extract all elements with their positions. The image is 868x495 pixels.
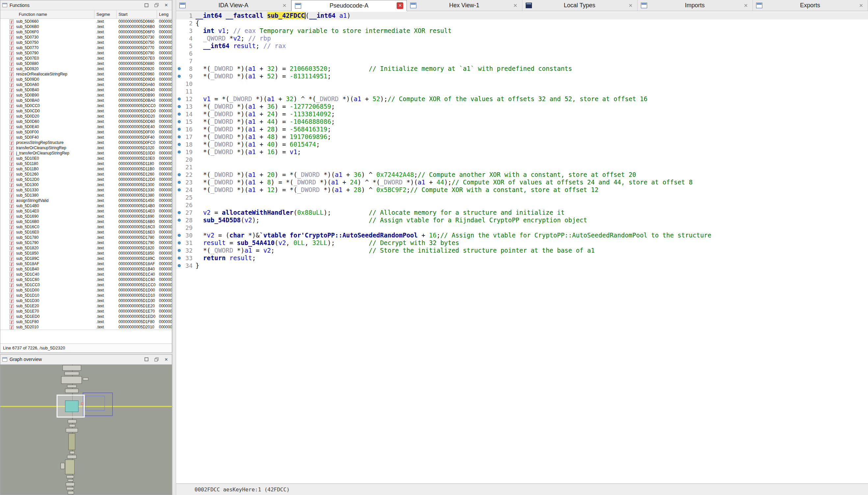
function-row[interactable]: fsub_5D0BA0.text00000000005D0BA0000000 — [0, 98, 172, 103]
code-line[interactable]: 15 *(_DWORD *)(a1 + 44) = -1046888086; — [176, 118, 868, 125]
function-row[interactable]: fsub_5D06F0.text00000000005D06F0000000 — [0, 29, 172, 35]
function-row[interactable]: fsub_5D0B40.text00000000005D0B40000000 — [0, 87, 172, 92]
panel-splitter[interactable] — [172, 0, 176, 495]
function-row[interactable]: fsub_5D06B0.text00000000005D06B0000000 — [0, 24, 172, 29]
tab-hex-view-1[interactable]: Hex View-1✕ — [407, 0, 522, 11]
code-line[interactable]: 26 — [176, 201, 868, 209]
function-list[interactable]: fsub_5D0660.text00000000005D0660000000fs… — [0, 19, 172, 343]
function-row[interactable]: fsub_5D18AF.text00000000005D18AF000000 — [0, 261, 172, 267]
column-header-segment[interactable]: Segme — [94, 10, 117, 18]
code-line[interactable]: 18 *(_DWORD *)(a1 + 40) = 6015474; — [176, 141, 868, 148]
address-dot-icon[interactable] — [178, 219, 181, 222]
tab-close-icon[interactable]: ✕ — [281, 2, 288, 9]
function-row[interactable]: fassignStringIfValid.text00000000005D145… — [0, 198, 172, 203]
code-line[interactable]: 21 — [176, 163, 868, 171]
address-dot-icon[interactable] — [178, 249, 181, 252]
code-line[interactable]: 25 — [176, 194, 868, 201]
function-row[interactable]: fsub_5D1C60.text00000000005D1C60000000 — [0, 277, 172, 282]
address-dot-icon[interactable] — [178, 75, 181, 78]
code-line[interactable]: 3 int v1; // eax Temporary variable to s… — [176, 27, 868, 35]
code-line[interactable]: 34} — [176, 262, 868, 269]
function-row[interactable]: fsub_5D12D0.text00000000005D12D0000000 — [0, 177, 172, 182]
tab-close-icon[interactable]: ✕ — [858, 2, 864, 9]
close-button[interactable]: ✕ — [163, 2, 169, 8]
function-row[interactable]: fsub_5D0790.text00000000005D0790000000 — [0, 50, 172, 56]
code-line[interactable]: 31 result = sub_54A410(v2, 0LL, 32LL); /… — [176, 239, 868, 247]
code-line[interactable]: 5 __int64 result; // rax — [176, 42, 868, 50]
float-button[interactable] — [154, 356, 159, 362]
code-line[interactable]: 7 — [176, 57, 868, 65]
code-line[interactable]: 6 — [176, 50, 868, 57]
column-header-function-name[interactable]: Function name — [0, 10, 94, 18]
code-line[interactable]: 8 *(_DWORD *)(a1 + 32) = 2106603520; // … — [176, 65, 868, 72]
function-row[interactable]: fsub_5D0CC0.text00000000005D0CC0000000 — [0, 103, 172, 108]
function-row[interactable]: fsub_5D1330.text00000000005D1330000000 — [0, 187, 172, 193]
tab-close-icon[interactable]: ✕ — [397, 2, 403, 9]
function-row[interactable]: fsub_5D1790.text00000000005D1790000000 — [0, 240, 172, 245]
function-row[interactable]: fsub_5D16B0.text00000000005D16B0000000 — [0, 219, 172, 224]
function-row[interactable]: fsub_5D1E70.text00000000005D1E70000000 — [0, 309, 172, 314]
function-row[interactable]: fresizeOrReallocateStringRep.text0000000… — [0, 71, 172, 77]
code-line[interactable]: 22 *(_DWORD *)(a1 + 20) = *(_DWORD *)(a1… — [176, 171, 868, 178]
function-row[interactable]: fsub_5D1D30.text00000000005D1D30000000 — [0, 298, 172, 303]
code-line[interactable]: 13 *(_DWORD *)(a1 + 36) = -1277206859; — [176, 103, 868, 110]
graph-overview-titlebar[interactable]: Graph overview ✕ — [0, 355, 172, 364]
function-row[interactable]: fsub_5D1780.text00000000005D1780000000 — [0, 235, 172, 240]
code-line[interactable]: 20 — [176, 156, 868, 163]
address-dot-icon[interactable] — [178, 67, 181, 70]
code-line[interactable]: 16 *(_DWORD *)(a1 + 28) = -568416319; — [176, 125, 868, 133]
address-dot-icon[interactable] — [178, 181, 181, 184]
function-row[interactable]: fsub_5D1380.text00000000005D1380000000 — [0, 193, 172, 198]
address-dot-icon[interactable] — [178, 257, 181, 259]
code-line[interactable]: 17 *(_DWORD *)(a1 + 48) = 1917069896; — [176, 133, 868, 141]
float-button[interactable] — [154, 2, 159, 8]
function-row[interactable]: fsub_5D1C40.text00000000005D1C40000000 — [0, 272, 172, 277]
code-line[interactable]: 23 *(_DWORD *)(a1 + 8) = *(_DWORD *)(a1 … — [176, 178, 868, 186]
function-row[interactable]: fsub_5D09D0.text00000000005D09D0000000 — [0, 77, 172, 82]
graph-overview-canvas[interactable] — [0, 364, 172, 495]
code-line[interactable]: 32 *(_QWORD *)a1 = v2; // Store the init… — [176, 247, 868, 254]
graph-minimap[interactable] — [0, 364, 172, 495]
tab-close-icon[interactable]: ✕ — [512, 2, 519, 9]
function-row[interactable]: fsub_5D0880.text00000000005D0880000000 — [0, 61, 172, 66]
tab-local-types[interactable]: Local Types✕ — [522, 0, 638, 11]
function-row[interactable]: ftransferOrCleanupStringRep.text00000000… — [0, 145, 172, 151]
function-row[interactable]: fsub_5D0920.text00000000005D0920000000 — [0, 66, 172, 71]
functions-titlebar[interactable]: Functions ✕ — [0, 0, 172, 10]
function-row[interactable]: fsub_5D0E40.text00000000005D0E40000000 — [0, 124, 172, 130]
function-row[interactable]: fsub_5D1B40.text00000000005D1B40000000 — [0, 267, 172, 272]
function-row[interactable]: fsub_5D0CD0.text00000000005D0CD0000000 — [0, 108, 172, 114]
code-line[interactable]: 30 *v2 = (char *)&`vtable for'CryptoPP::… — [176, 232, 868, 239]
column-header-start[interactable]: Start — [117, 10, 157, 18]
tab-close-icon[interactable]: ✕ — [743, 2, 749, 9]
code-line[interactable]: 1__int64 __fastcall sub_42FDCC(__int64 a… — [176, 12, 868, 19]
address-dot-icon[interactable] — [178, 105, 181, 108]
code-line[interactable]: 9 *(_DWORD *)(a1 + 52) = -813114951; — [176, 72, 868, 80]
code-line[interactable]: 12 v1 = *(_DWORD *)(a1 + 32) ^ *(_DWORD … — [176, 95, 868, 103]
address-dot-icon[interactable] — [178, 151, 181, 153]
function-row[interactable]: fsub_5D1850.text00000000005D1850000000 — [0, 251, 172, 256]
function-row[interactable]: fsub_5D14B0.text00000000005D14B0000000 — [0, 203, 172, 208]
function-row[interactable]: fsub_5D1260.text00000000005D1260000000 — [0, 172, 172, 177]
maximize-button[interactable] — [143, 2, 149, 8]
function-row[interactable]: fsub_5D14E0.text00000000005D14E0000000 — [0, 208, 172, 214]
address-dot-icon[interactable] — [178, 211, 181, 214]
function-row[interactable]: fsub_5D2010.text00000000005D2010000000 — [0, 324, 172, 330]
address-dot-icon[interactable] — [178, 234, 181, 237]
function-row[interactable]: fsub_5D16C0.text00000000005D16C0000000 — [0, 224, 172, 229]
function-row[interactable]: fsub_5D07E0.text00000000005D07E0000000 — [0, 56, 172, 61]
code-line[interactable]: 33 return result; — [176, 254, 868, 262]
address-dot-icon[interactable] — [178, 264, 181, 267]
address-dot-icon[interactable] — [178, 188, 181, 191]
function-row[interactable]: fsub_5D189C.text00000000005D189C000000 — [0, 256, 172, 261]
function-row[interactable]: fsub_5D0730.text00000000005D0730000000 — [0, 35, 172, 40]
function-row[interactable]: fsub_5D0660.text00000000005D0660000000 — [0, 19, 172, 24]
close-button[interactable]: ✕ — [163, 356, 169, 362]
function-row[interactable]: fsub_5D1CC0.text00000000005D1CC0000000 — [0, 282, 172, 288]
function-row[interactable]: fsub_5D1300.text00000000005D1300000000 — [0, 182, 172, 187]
function-row[interactable]: fsub_5D1690.text00000000005D1690000000 — [0, 214, 172, 219]
function-row[interactable]: fsub_5D0D60.text00000000005D0D60000000 — [0, 119, 172, 124]
function-row[interactable]: fsub_5D1820.text00000000005D1820000000 — [0, 245, 172, 251]
function-row[interactable]: fsub_5D16E0.text00000000005D16E0000000 — [0, 229, 172, 235]
function-row[interactable]: fsub_5D0750.text00000000005D0750000000 — [0, 40, 172, 45]
